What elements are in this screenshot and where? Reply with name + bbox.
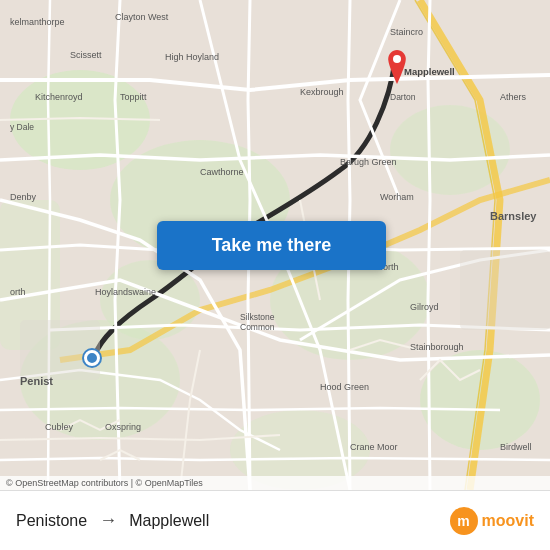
svg-text:Hood Green: Hood Green <box>320 382 369 392</box>
svg-text:Kitchenroyd: Kitchenroyd <box>35 92 83 102</box>
svg-text:Barugh Green: Barugh Green <box>340 157 397 167</box>
svg-text:y Dale: y Dale <box>10 122 34 132</box>
destination-label: Mapplewell <box>129 512 209 530</box>
svg-text:Birdwell: Birdwell <box>500 442 532 452</box>
svg-text:Hoylandswaine: Hoylandswaine <box>95 287 156 297</box>
svg-text:Barnsley: Barnsley <box>490 210 537 222</box>
origin-label: Penistone <box>16 512 87 530</box>
destination-marker <box>385 50 409 84</box>
svg-text:kelmanthorpe: kelmanthorpe <box>10 17 65 27</box>
svg-text:Mapplewell: Mapplewell <box>404 66 455 77</box>
svg-text:Kexbrough: Kexbrough <box>300 87 344 97</box>
moovit-logo: m moovit <box>450 507 534 535</box>
svg-text:Silkstone: Silkstone <box>240 312 275 322</box>
svg-point-43 <box>393 55 401 63</box>
svg-text:orth: orth <box>10 287 26 297</box>
svg-text:High Hoyland: High Hoyland <box>165 52 219 62</box>
svg-text:Oxspring: Oxspring <box>105 422 141 432</box>
svg-text:Cawthorne: Cawthorne <box>200 167 244 177</box>
svg-text:Staincro: Staincro <box>390 27 423 37</box>
svg-text:Common: Common <box>240 322 275 332</box>
map-container: kelmanthorpe Clayton West Scissett High … <box>0 0 550 490</box>
svg-text:Denby: Denby <box>10 192 37 202</box>
svg-text:Darton: Darton <box>390 92 416 102</box>
svg-text:Cubley: Cubley <box>45 422 74 432</box>
svg-text:Clayton West: Clayton West <box>115 12 169 22</box>
bottom-bar: Penistone → Mapplewell m moovit <box>0 490 550 550</box>
svg-text:Gilroyd: Gilroyd <box>410 302 439 312</box>
svg-text:Scissett: Scissett <box>70 50 102 60</box>
svg-text:Athers: Athers <box>500 92 527 102</box>
svg-text:Crane Moor: Crane Moor <box>350 442 398 452</box>
svg-text:Stainborough: Stainborough <box>410 342 464 352</box>
map-attribution: © OpenStreetMap contributors | © OpenMap… <box>0 476 550 490</box>
moovit-text: moovit <box>482 512 534 530</box>
svg-rect-10 <box>460 250 550 330</box>
moovit-icon: m <box>450 507 478 535</box>
svg-text:Toppitt: Toppitt <box>120 92 147 102</box>
origin-marker <box>84 350 100 366</box>
take-me-there-button[interactable]: Take me there <box>157 221 386 270</box>
route-arrow: → <box>99 510 117 531</box>
svg-text:Worham: Worham <box>380 192 414 202</box>
svg-text:Penist: Penist <box>20 375 53 387</box>
